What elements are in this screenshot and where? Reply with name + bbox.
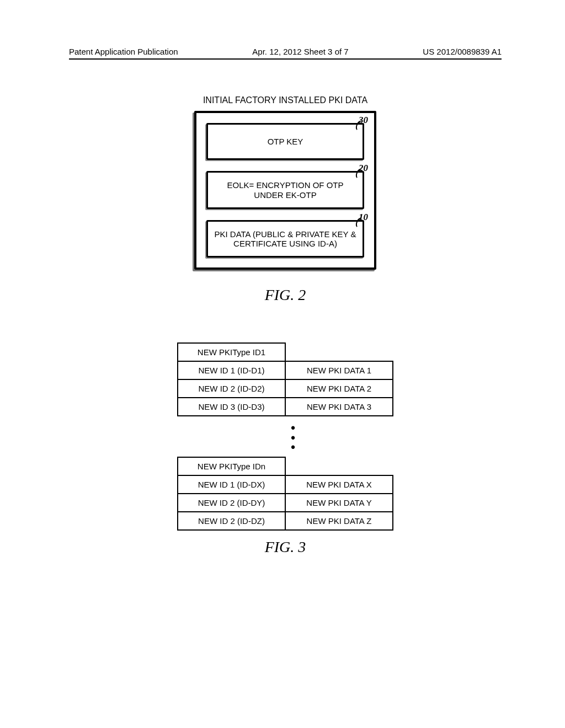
table-cell: NEW ID 2 (ID-D2) [178, 379, 285, 398]
fig2-outer-box: 30 OTP KEY 20 EOLK= ENCRYPTION OF OTP UN… [194, 111, 376, 270]
table-cell: NEW ID 1 (ID-D1) [178, 361, 285, 379]
header-date-sheet: Apr. 12, 2012 Sheet 3 of 7 [252, 47, 348, 56]
table-cell-empty [285, 457, 393, 475]
fig3-table-1: NEW PKIType ID1 NEW ID 1 (ID-D1) NEW PKI… [177, 342, 393, 416]
ref-number: 30 [359, 115, 368, 126]
fig2-box-text: EOLK= ENCRYPTION OF OTP UNDER EK-OTP [227, 180, 343, 199]
fig2-box-text: OTP KEY [268, 137, 303, 146]
ref-number: 10 [359, 212, 368, 223]
table-row: NEW PKIType ID1 [178, 343, 393, 361]
table-cell: NEW ID 1 (ID-DX) [178, 475, 285, 494]
fig2-box-eolk: 20 EOLK= ENCRYPTION OF OTP UNDER EK-OTP [206, 171, 364, 209]
table-cell: NEW PKI DATA 3 [285, 398, 393, 416]
page-header: Patent Application Publication Apr. 12, … [69, 47, 502, 60]
table-cell-header: NEW PKIType ID1 [178, 343, 285, 361]
table-cell: NEW ID 3 (ID-D3) [178, 398, 285, 416]
header-publication: Patent Application Publication [69, 47, 178, 56]
table-row: NEW ID 3 (ID-D3) NEW PKI DATA 3 [178, 398, 393, 416]
table-row: NEW ID 2 (ID-DY) NEW PKI DATA Y [178, 494, 393, 512]
fig2-box-pki-data: 10 PKI DATA (PUBLIC & PRIVATE KEY & CERT… [206, 220, 364, 258]
table-cell: NEW PKI DATA Y [285, 494, 393, 512]
table-cell: NEW PKI DATA 2 [285, 379, 393, 398]
figure-3: NEW PKIType ID1 NEW ID 1 (ID-D1) NEW PKI… [69, 342, 502, 556]
fig2-title: INITIAL FACTORY INSTALLED PKI DATA [69, 95, 502, 105]
header-publication-number: US 2012/0089839 A1 [423, 47, 502, 56]
table-cell: NEW PKI DATA Z [285, 512, 393, 530]
figure-2: INITIAL FACTORY INSTALLED PKI DATA 30 OT… [69, 95, 502, 304]
table-cell: NEW PKI DATA 1 [285, 361, 393, 379]
fig2-caption: FIG. 2 [69, 286, 502, 304]
table-row: NEW PKIType IDn [178, 457, 393, 475]
table-cell-header: NEW PKIType IDn [178, 457, 285, 475]
table-cell: NEW PKI DATA X [285, 475, 393, 494]
table-row: NEW ID 1 (ID-DX) NEW PKI DATA X [178, 475, 393, 494]
table-row: NEW ID 1 (ID-D1) NEW PKI DATA 1 [178, 361, 393, 379]
table-row: NEW ID 2 (ID-D2) NEW PKI DATA 2 [178, 379, 393, 398]
table-row: NEW ID 2 (ID-DZ) NEW PKI DATA Z [178, 512, 393, 530]
fig3-caption: FIG. 3 [69, 538, 502, 556]
table-cell: NEW ID 2 (ID-DZ) [178, 512, 285, 530]
fig2-box-text: PKI DATA (PUBLIC & PRIVATE KEY & CERTIFI… [214, 229, 356, 248]
vertical-ellipsis-icon: ••• [69, 423, 502, 452]
table-cell: NEW ID 2 (ID-DY) [178, 494, 285, 512]
table-cell-empty [285, 343, 393, 361]
fig3-table-n: NEW PKIType IDn NEW ID 1 (ID-DX) NEW PKI… [177, 457, 393, 531]
fig2-box-otp-key: 30 OTP KEY [206, 123, 364, 160]
ref-number: 20 [359, 163, 368, 174]
